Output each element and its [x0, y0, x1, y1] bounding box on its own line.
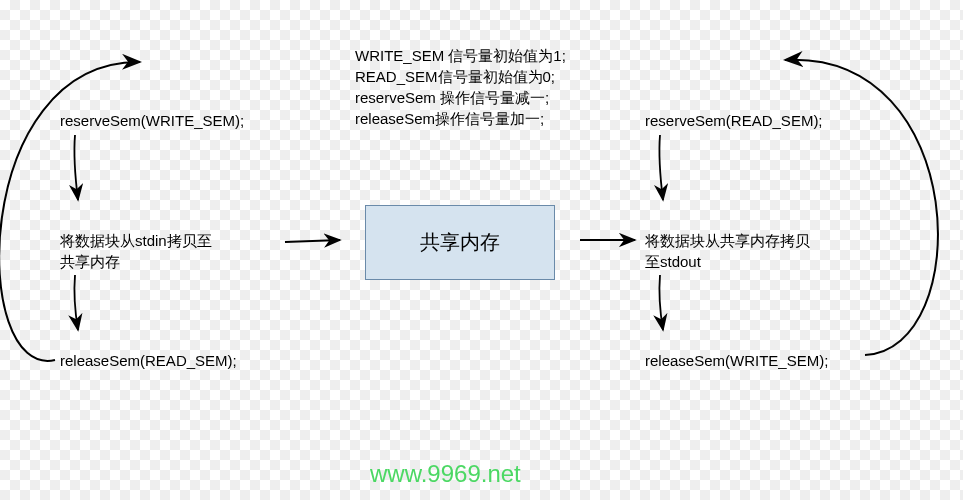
- shared-memory-box: 共享内存: [365, 205, 555, 280]
- note-line-4: releaseSem操作信号量加一;: [355, 110, 544, 127]
- left-step3: releaseSem(READ_SEM);: [60, 350, 237, 371]
- right-step1: reserveSem(READ_SEM);: [645, 110, 823, 131]
- watermark-text: www.9969.net: [370, 460, 521, 488]
- note-line-1: WRITE_SEM 信号量初始值为1;: [355, 47, 566, 64]
- note-line-3: reserveSem 操作信号量减一;: [355, 89, 549, 106]
- left-step2-l1: 将数据块从stdin拷贝至: [60, 232, 212, 249]
- left-step1: reserveSem(WRITE_SEM);: [60, 110, 244, 131]
- right-step2-l2: 至stdout: [645, 253, 701, 270]
- right-step3: releaseSem(WRITE_SEM);: [645, 350, 828, 371]
- shared-memory-label: 共享内存: [420, 229, 500, 256]
- right-step2: 将数据块从共享内存拷贝 至stdout: [645, 230, 810, 272]
- right-step2-l1: 将数据块从共享内存拷贝: [645, 232, 810, 249]
- left-step2-l2: 共享内存: [60, 253, 120, 270]
- note-line-2: READ_SEM信号量初始值为0;: [355, 68, 555, 85]
- left-step2: 将数据块从stdin拷贝至 共享内存: [60, 230, 212, 272]
- notes-block: WRITE_SEM 信号量初始值为1; READ_SEM信号量初始值为0; re…: [355, 45, 566, 129]
